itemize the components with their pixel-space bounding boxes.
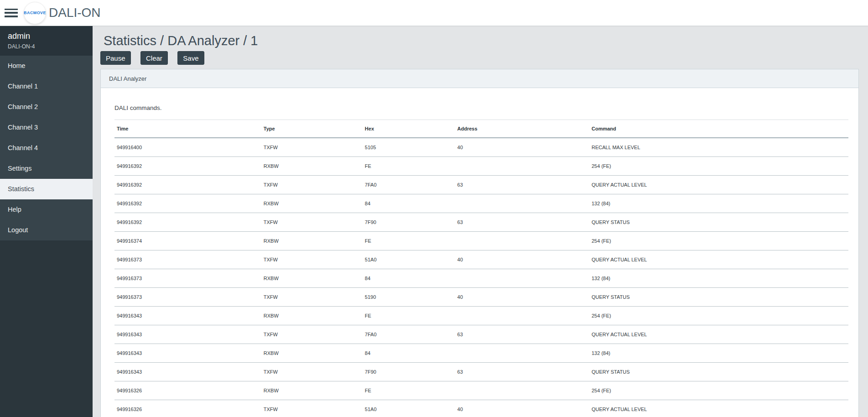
table-cell: 84 <box>363 194 455 213</box>
table-cell: QUERY ACTUAL LEVEL <box>589 176 848 194</box>
table-cell: TXFW <box>261 288 363 307</box>
table-cell: RXBW <box>261 344 363 363</box>
table-cell: RXBW <box>261 194 363 213</box>
column-header-command: Command <box>589 120 848 138</box>
table-cell <box>455 157 589 176</box>
table-row: 949916400TXFW510540RECALL MAX LEVEL <box>114 138 848 157</box>
table-cell: 949916374 <box>114 232 261 250</box>
sidebar-item-logout[interactable]: Logout <box>0 220 93 240</box>
table-cell: 40 <box>455 288 589 307</box>
sidebar-nav: HomeChannel 1Channel 2Channel 3Channel 4… <box>0 56 93 240</box>
table-cell: RXBW <box>261 269 363 288</box>
table-cell: 949916326 <box>114 381 261 400</box>
table-cell: QUERY STATUS <box>589 213 848 232</box>
table-cell: 40 <box>455 250 589 269</box>
table-cell <box>455 307 589 325</box>
table-cell: QUERY STATUS <box>589 363 848 381</box>
table-row: 949916373RXBW84132 (84) <box>114 269 848 288</box>
table-cell: TXFW <box>261 325 363 344</box>
brand-title: DALI-ON <box>49 5 101 20</box>
table-cell: 132 (84) <box>589 194 848 213</box>
table-cell: 949916326 <box>114 400 261 417</box>
bacmove-logo: BACMOVE <box>24 2 46 24</box>
table-row: 949916373TXFW51A040QUERY ACTUAL LEVEL <box>114 250 848 269</box>
table-cell: 5190 <box>363 288 455 307</box>
table-row: 949916392RXBWFE254 (FE) <box>114 157 848 176</box>
sidebar-item-channel-1[interactable]: Channel 1 <box>0 76 93 97</box>
table-cell: FE <box>363 381 455 400</box>
table-cell: 7F90 <box>363 213 455 232</box>
table-cell: 949916373 <box>114 288 261 307</box>
table-cell: TXFW <box>261 363 363 381</box>
table-cell: 949916392 <box>114 176 261 194</box>
table-cell: 949916373 <box>114 250 261 269</box>
sidebar-item-statistics[interactable]: Statistics <box>0 179 93 199</box>
panel-description: DALI commands. <box>114 104 848 111</box>
clear-button[interactable]: Clear <box>140 51 168 65</box>
table-cell: 7FA0 <box>363 325 455 344</box>
table-cell <box>455 344 589 363</box>
table-cell: QUERY ACTUAL LEVEL <box>589 250 848 269</box>
table-cell: 40 <box>455 138 589 157</box>
table-cell: QUERY ACTUAL LEVEL <box>589 325 848 344</box>
table-cell: 5105 <box>363 138 455 157</box>
table-cell: 254 (FE) <box>589 232 848 250</box>
table-body: 949916400TXFW510540RECALL MAX LEVEL94991… <box>114 138 848 417</box>
page-title: Statistics / DA Analyzer / 1 <box>104 33 859 48</box>
table-header-row: TimeTypeHexAddressCommand <box>114 120 848 138</box>
column-header-time: Time <box>114 120 261 138</box>
table-cell: 949916392 <box>114 194 261 213</box>
table-cell: 132 (84) <box>589 344 848 363</box>
table-cell: 132 (84) <box>589 269 848 288</box>
table-cell: TXFW <box>261 138 363 157</box>
table-row: 949916343TXFW7FA063QUERY ACTUAL LEVEL <box>114 325 848 344</box>
sidebar-item-settings[interactable]: Settings <box>0 158 93 179</box>
sidebar-item-channel-3[interactable]: Channel 3 <box>0 117 93 138</box>
table-row: 949916374RXBWFE254 (FE) <box>114 232 848 250</box>
table-cell: FE <box>363 157 455 176</box>
table-cell: 949916373 <box>114 269 261 288</box>
column-header-type: Type <box>261 120 363 138</box>
table-cell: TXFW <box>261 400 363 417</box>
table-cell: 254 (FE) <box>589 381 848 400</box>
table-cell: RXBW <box>261 157 363 176</box>
table-cell: 63 <box>455 363 589 381</box>
user-device: DALI-ON-4 <box>8 43 88 50</box>
table-cell: 949916343 <box>114 363 261 381</box>
dali-analyzer-panel: DALI Analyzer DALI commands. TimeTypeHex… <box>100 69 859 417</box>
table-cell: 51A0 <box>363 250 455 269</box>
table-row: 949916392TXFW7F9063QUERY STATUS <box>114 213 848 232</box>
sidebar-item-home[interactable]: Home <box>0 56 93 76</box>
topbar: BACMOVE DALI-ON <box>0 0 868 26</box>
table-cell: 63 <box>455 325 589 344</box>
table-cell <box>455 232 589 250</box>
table-cell: TXFW <box>261 213 363 232</box>
menu-toggle-button[interactable] <box>5 9 18 17</box>
table-cell: 40 <box>455 400 589 417</box>
user-name: admin <box>8 32 88 41</box>
table-cell: 949916400 <box>114 138 261 157</box>
content: Statistics / DA Analyzer / 1 Pause Clear… <box>93 26 868 417</box>
save-button[interactable]: Save <box>177 51 204 65</box>
table-cell: 949916343 <box>114 344 261 363</box>
column-header-address: Address <box>455 120 589 138</box>
sidebar-item-channel-2[interactable]: Channel 2 <box>0 97 93 117</box>
dali-commands-table: TimeTypeHexAddressCommand 949916400TXFW5… <box>114 120 848 417</box>
table-cell: TXFW <box>261 250 363 269</box>
table-cell: 63 <box>455 176 589 194</box>
table-cell: RXBW <box>261 232 363 250</box>
panel-body: DALI commands. TimeTypeHexAddressCommand… <box>101 88 858 417</box>
table-row: 949916343RXBW84132 (84) <box>114 344 848 363</box>
table-cell: 949916392 <box>114 213 261 232</box>
table-cell <box>455 381 589 400</box>
column-header-hex: Hex <box>363 120 455 138</box>
hamburger-icon <box>5 9 18 10</box>
sidebar-item-channel-4[interactable]: Channel 4 <box>0 138 93 158</box>
table-cell: 7F90 <box>363 363 455 381</box>
table-row: 949916373TXFW519040QUERY STATUS <box>114 288 848 307</box>
toolbar: Pause Clear Save <box>100 51 859 65</box>
pause-button[interactable]: Pause <box>100 51 131 65</box>
sidebar-item-help[interactable]: Help <box>0 199 93 220</box>
table-cell: 84 <box>363 269 455 288</box>
table-cell: QUERY STATUS <box>589 288 848 307</box>
